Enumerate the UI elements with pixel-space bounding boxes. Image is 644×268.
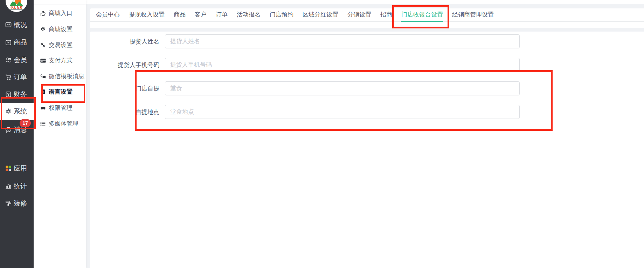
- submenu-item-permissions[interactable]: 权限管理: [34, 100, 86, 116]
- tab-bar: 会员中心 提现收入设置 商品 客户 订单 活动报名 门店预约 区域分红设置 分销…: [90, 8, 644, 22]
- field-label: 提货人姓名: [90, 38, 165, 46]
- form-row-pickup-location: 自提地点: [90, 105, 644, 119]
- sidebar-item-stats[interactable]: 统计: [0, 181, 34, 191]
- submenu-item-media[interactable]: 多媒体管理: [34, 116, 86, 132]
- submenu-item-label: 多媒体管理: [49, 120, 78, 128]
- submenu-item-label: 语言设置: [49, 88, 72, 96]
- tab-withdraw-income[interactable]: 提现收入设置: [129, 8, 165, 22]
- mask-icon: [40, 105, 46, 111]
- sidebar-item-label: 财务: [14, 90, 27, 99]
- gear-icon: [5, 108, 12, 115]
- paint-roller-icon: [5, 200, 12, 207]
- field-label: 门店自提: [90, 85, 165, 93]
- sidebar-item-label: 商品: [14, 38, 27, 47]
- tab-member-center[interactable]: 会员中心: [96, 8, 120, 22]
- tab-store-cashier-settings[interactable]: 门店收银台设置: [401, 8, 443, 22]
- submenu-item-mall-settings[interactable]: 商城设置: [34, 21, 86, 37]
- tab-investment[interactable]: 招商: [380, 8, 392, 22]
- submenu-item-mall-entry[interactable]: 商城入口: [34, 5, 86, 21]
- submenu-item-label: 商城入口: [49, 9, 72, 17]
- tab-goods[interactable]: 商品: [174, 8, 186, 22]
- secondary-sidebar: 商城入口 商城设置 交易设置 支付方式: [34, 0, 86, 268]
- settings-form: 提货人姓名 提货人手机号码 门店自提 自提地点: [90, 32, 644, 268]
- tab-orders[interactable]: 订单: [216, 8, 228, 22]
- tab-dealer-management[interactable]: 经销商管理设置: [452, 8, 494, 22]
- yen-document-icon: [5, 91, 12, 98]
- sidebar-item-label: 统计: [14, 182, 27, 191]
- picker-phone-input[interactable]: [165, 58, 520, 72]
- collapse-arrows-icon: [40, 42, 46, 48]
- picker-name-input[interactable]: [165, 34, 520, 48]
- sidebar-item-system[interactable]: 系统: [0, 107, 34, 116]
- tab-distribution[interactable]: 分销设置: [347, 8, 371, 22]
- pickup-location-input[interactable]: [165, 105, 520, 119]
- sidebar-item-label: 系统: [14, 107, 27, 116]
- sidebar-item-members[interactable]: 会员: [0, 55, 34, 65]
- chat-bubble-icon: [5, 126, 12, 134]
- svg-text:文: 文: [41, 90, 44, 93]
- credit-card-icon: [40, 57, 46, 64]
- field-label: 自提地点: [90, 108, 165, 116]
- form-row-store-pickup: 门店自提: [90, 81, 644, 95]
- monitor-chart-icon: [5, 21, 12, 29]
- form-row-picker-phone: 提货人手机号码: [90, 58, 644, 72]
- sidebar-item-label: 概况: [14, 20, 27, 29]
- submenu-item-payment[interactable]: 支付方式: [34, 53, 86, 68]
- thumbs-up-icon: [40, 10, 46, 16]
- notification-badge: 17: [20, 119, 31, 127]
- sidebar-item-orders[interactable]: 订单: [0, 72, 34, 82]
- sidebar-item-apps[interactable]: 应用: [0, 163, 34, 173]
- sidebar-item-label: 订单: [14, 73, 27, 82]
- top-header-strip: [86, 0, 644, 4]
- submenu-item-label: 微信模板消息: [49, 72, 84, 80]
- submenu-item-wechat-template[interactable]: 微信模板消息: [34, 68, 86, 84]
- gear-icon: [40, 26, 46, 33]
- submenu-item-trade-settings[interactable]: 交易设置: [34, 37, 86, 53]
- form-row-picker-name: 提货人姓名: [90, 34, 644, 48]
- sidebar-item-decorate[interactable]: 装修: [0, 199, 34, 208]
- wechat-icon: [40, 73, 46, 80]
- bag-icon: [5, 39, 12, 46]
- sidebar-item-overview[interactable]: 概况: [0, 20, 34, 30]
- tab-customers[interactable]: 客户: [195, 8, 207, 22]
- tab-activity-signup[interactable]: 活动报名: [237, 8, 261, 22]
- bar-chart-icon: [5, 183, 12, 190]
- submenu-item-language-settings[interactable]: 文 语言设置: [34, 84, 86, 99]
- users-icon: [5, 56, 12, 64]
- sidebar-item-label: 装修: [14, 199, 27, 208]
- submenu-item-label: 支付方式: [49, 56, 72, 65]
- grid-apps-icon: [5, 165, 12, 172]
- submenu-item-label: 商城设置: [49, 25, 72, 33]
- primary-sidebar: 华太食府 概况 商品 会员: [0, 0, 34, 268]
- tab-store-booking[interactable]: 门店预约: [270, 8, 293, 22]
- tab-region-dividend[interactable]: 区域分红设置: [303, 8, 338, 22]
- submenu-item-label: 权限管理: [49, 104, 72, 112]
- sidebar-item-label: 应用: [14, 164, 27, 173]
- cart-icon: [5, 74, 12, 81]
- main-content: 会员中心 提现收入设置 商品 客户 订单 活动报名 门店预约 区域分红设置 分销…: [86, 0, 644, 268]
- logo: 华太食府: [6, 0, 27, 12]
- tabs-card: 会员中心 提现收入设置 商品 客户 订单 活动报名 门店预约 区域分红设置 分销…: [90, 8, 644, 28]
- document-icon: 文: [40, 88, 46, 95]
- list-icon: [40, 120, 46, 127]
- sidebar-divider: [34, 5, 86, 5]
- sidebar-item-goods[interactable]: 商品: [0, 38, 34, 47]
- submenu-item-label: 交易设置: [49, 41, 72, 49]
- logo-subtitle-line: [9, 9, 24, 10]
- field-label: 提货人手机号码: [90, 61, 165, 69]
- sidebar-item-label: 会员: [14, 55, 27, 65]
- store-pickup-input[interactable]: [165, 81, 520, 95]
- sidebar-item-finance[interactable]: 财务: [0, 89, 34, 99]
